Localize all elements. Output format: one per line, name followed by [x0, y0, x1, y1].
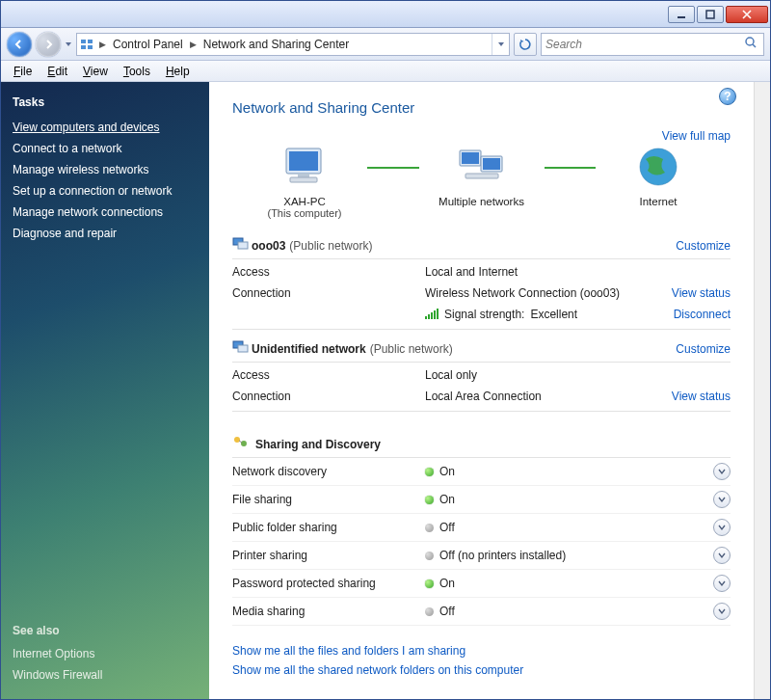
expand-button[interactable]	[713, 491, 731, 508]
map-node-internet: Internet	[586, 145, 731, 219]
sharing-value: Off	[425, 521, 713, 534]
breadcrumb-network-sharing[interactable]: Network and Sharing Center	[199, 34, 353, 55]
menu-file[interactable]: File	[7, 63, 39, 80]
expand-button[interactable]	[713, 519, 731, 536]
close-button[interactable]	[726, 6, 768, 23]
connection-label: Connection	[232, 390, 425, 403]
expand-button[interactable]	[713, 463, 731, 480]
back-button[interactable]	[7, 32, 32, 57]
disconnect-link[interactable]: Disconnect	[644, 308, 731, 321]
menu-edit[interactable]: Edit	[40, 63, 74, 80]
connection-label: Connection	[232, 286, 425, 300]
address-bar[interactable]: ▶ Control Panel ▶ Network and Sharing Ce…	[76, 33, 510, 56]
task-manage-wireless[interactable]: Manage wireless networks	[13, 159, 198, 180]
show-shared-folders-link[interactable]: Show me all the shared network folders o…	[232, 660, 731, 680]
network2-type: (Public network)	[370, 342, 453, 356]
status-dot-icon	[425, 524, 434, 532]
svg-rect-5	[88, 45, 93, 49]
svg-rect-14	[483, 158, 500, 170]
task-connect-network[interactable]: Connect to a network	[13, 138, 198, 159]
task-view-computers[interactable]: View computers and devices	[13, 117, 198, 138]
expand-button[interactable]	[713, 547, 731, 564]
sharing-value: Off	[425, 605, 713, 618]
network-section-2: Unidentified network (Public network) Cu…	[232, 339, 731, 412]
sharing-label: Public folder sharing	[232, 521, 425, 534]
task-manage-connections[interactable]: Manage network connections	[13, 202, 198, 223]
multiple-networks-icon	[456, 145, 508, 189]
sharing-row: Password protected sharingOn	[232, 570, 731, 598]
connection-value: Wireless Network Connection (ooo03)	[425, 286, 644, 300]
maximize-button[interactable]	[697, 6, 724, 23]
menu-tools[interactable]: Tools	[117, 63, 157, 80]
svg-rect-15	[465, 174, 498, 178]
status-dot-icon	[425, 607, 434, 616]
menu-view[interactable]: View	[76, 63, 115, 80]
svg-rect-12	[462, 152, 479, 164]
expand-button[interactable]	[713, 603, 731, 620]
status-dot-icon	[425, 468, 434, 476]
networks-label: Multiple networks	[410, 196, 554, 207]
view-status-link[interactable]: View status	[644, 390, 731, 403]
status-dot-icon	[425, 496, 434, 504]
navbar: ▶ Control Panel ▶ Network and Sharing Ce…	[1, 28, 770, 61]
status-dot-icon	[425, 579, 434, 588]
nav-history-icon[interactable]	[65, 40, 72, 49]
task-setup-connection[interactable]: Set up a connection or network	[13, 180, 198, 202]
network-icon	[232, 339, 252, 358]
expand-button[interactable]	[713, 575, 731, 592]
signal-value: Excellent	[530, 308, 577, 321]
sharing-value: On	[425, 577, 713, 590]
show-shared-files-link[interactable]: Show me all the files and folders I am s…	[232, 641, 731, 660]
content-pane: ? Network and Sharing Center View full m…	[209, 82, 754, 699]
access-label: Access	[232, 265, 425, 279]
sharing-icon	[232, 435, 250, 453]
network-section-1: ooo03 (Public network) Customize Access …	[232, 236, 731, 330]
task-diagnose-repair[interactable]: Diagnose and repair	[13, 223, 198, 244]
globe-icon	[636, 145, 680, 189]
sharing-row: Network discoveryOn	[232, 458, 731, 486]
access-value: Local only	[425, 368, 644, 382]
forward-button[interactable]	[36, 32, 61, 57]
tasks-heading: Tasks	[13, 95, 198, 109]
svg-rect-19	[238, 242, 248, 249]
svg-rect-8	[289, 151, 318, 171]
menu-help[interactable]: Help	[159, 63, 197, 80]
network2-name: Unidentified network	[252, 342, 366, 356]
seealso-windows-firewall[interactable]: Windows Firewall	[13, 664, 198, 686]
seealso-heading: See also	[13, 624, 198, 637]
sharing-row: Public folder sharingOff	[232, 514, 731, 542]
breadcrumb-control-panel[interactable]: Control Panel	[109, 34, 187, 55]
help-button[interactable]: ?	[719, 88, 736, 105]
seealso-internet-options[interactable]: Internet Options	[13, 643, 198, 664]
refresh-button[interactable]	[514, 33, 537, 56]
svg-point-23	[241, 441, 247, 446]
network1-customize-link[interactable]: Customize	[676, 239, 731, 253]
sharing-label: Network discovery	[232, 465, 425, 478]
signal-label: Signal strength:	[444, 308, 524, 321]
sharing-label: Password protected sharing	[232, 577, 425, 590]
svg-rect-10	[290, 177, 317, 182]
map-node-networks: Multiple networks	[410, 145, 554, 219]
svg-rect-9	[298, 174, 309, 177]
network2-customize-link[interactable]: Customize	[676, 342, 731, 356]
network1-type: (Public network)	[289, 239, 372, 253]
view-status-link[interactable]: View status	[644, 286, 731, 300]
svg-point-6	[746, 38, 754, 45]
minimize-button[interactable]	[668, 6, 695, 23]
body: Tasks View computers and devices Connect…	[1, 82, 770, 699]
search-input[interactable]	[545, 38, 744, 51]
svg-rect-21	[238, 345, 248, 352]
network1-name: ooo03	[252, 239, 285, 253]
sharing-label: File sharing	[232, 493, 425, 506]
view-full-map-link[interactable]: View full map	[662, 129, 731, 143]
computer-icon	[279, 145, 331, 189]
search-box[interactable]	[541, 33, 764, 56]
address-dropdown[interactable]	[492, 34, 509, 55]
access-value: Local and Internet	[425, 265, 644, 279]
connection-value: Local Area Connection	[425, 390, 644, 403]
sharing-row: Media sharingOff	[232, 598, 731, 626]
scrollbar[interactable]	[754, 82, 770, 699]
chevron-right-icon: ▶	[96, 40, 109, 49]
menubar: File Edit View Tools Help	[1, 61, 770, 82]
page-title: Network and Sharing Center	[232, 99, 731, 116]
